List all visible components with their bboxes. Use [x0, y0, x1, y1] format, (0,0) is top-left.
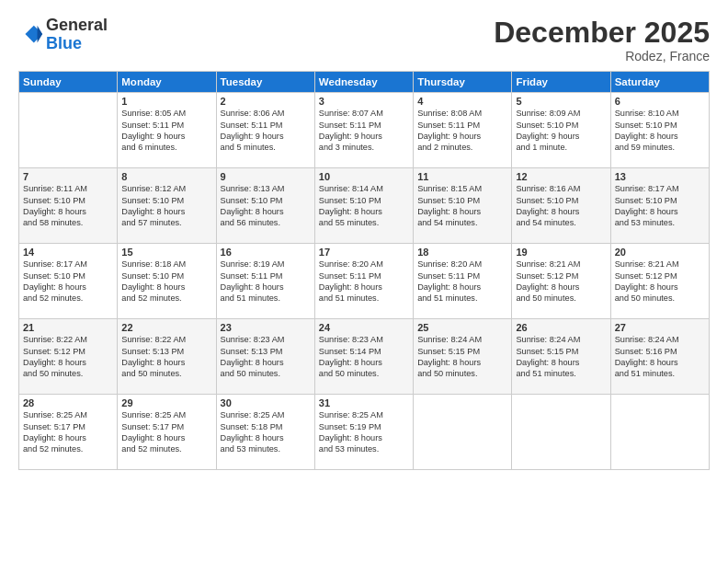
logo-icon — [18, 22, 44, 48]
day-cell: 27Sunrise: 8:24 AM Sunset: 5:16 PM Dayli… — [610, 319, 709, 395]
day-cell: 6Sunrise: 8:10 AM Sunset: 5:10 PM Daylig… — [610, 93, 709, 168]
day-number: 29 — [121, 397, 211, 408]
day-cell: 26Sunrise: 8:24 AM Sunset: 5:15 PM Dayli… — [512, 319, 610, 395]
day-cell — [414, 395, 512, 470]
day-info: Sunrise: 8:13 AM Sunset: 5:10 PM Dayligh… — [221, 183, 311, 229]
day-number: 22 — [121, 322, 211, 333]
day-number: 14 — [23, 247, 113, 258]
col-wednesday: Wednesday — [314, 72, 413, 93]
day-number: 9 — [221, 171, 311, 182]
day-cell: 19Sunrise: 8:21 AM Sunset: 5:12 PM Dayli… — [512, 244, 610, 319]
day-number: 7 — [23, 171, 113, 182]
day-number: 17 — [319, 247, 409, 258]
day-info: Sunrise: 8:24 AM Sunset: 5:16 PM Dayligh… — [615, 334, 705, 380]
day-info: Sunrise: 8:23 AM Sunset: 5:13 PM Dayligh… — [221, 334, 311, 380]
day-number: 26 — [516, 322, 606, 333]
day-info: Sunrise: 8:17 AM Sunset: 5:10 PM Dayligh… — [615, 183, 705, 229]
day-cell: 3Sunrise: 8:07 AM Sunset: 5:11 PM Daylig… — [314, 93, 413, 168]
day-number: 10 — [319, 171, 409, 182]
day-info: Sunrise: 8:21 AM Sunset: 5:12 PM Dayligh… — [516, 259, 606, 304]
calendar-table: Sunday Monday Tuesday Wednesday Thursday… — [18, 71, 710, 470]
day-cell: 11Sunrise: 8:15 AM Sunset: 5:10 PM Dayli… — [414, 168, 512, 244]
day-number: 6 — [615, 96, 705, 107]
day-info: Sunrise: 8:08 AM Sunset: 5:11 PM Dayligh… — [417, 108, 507, 154]
day-cell: 9Sunrise: 8:13 AM Sunset: 5:10 PM Daylig… — [216, 168, 314, 244]
week-row-3: 14Sunrise: 8:17 AM Sunset: 5:10 PM Dayli… — [19, 244, 710, 319]
day-number: 4 — [417, 96, 507, 107]
logo-text: General Blue — [46, 17, 108, 53]
day-cell: 15Sunrise: 8:18 AM Sunset: 5:10 PM Dayli… — [118, 244, 216, 319]
day-number: 15 — [121, 247, 211, 258]
day-cell: 2Sunrise: 8:06 AM Sunset: 5:11 PM Daylig… — [216, 93, 314, 168]
week-row-5: 28Sunrise: 8:25 AM Sunset: 5:17 PM Dayli… — [19, 395, 710, 470]
day-cell: 13Sunrise: 8:17 AM Sunset: 5:10 PM Dayli… — [610, 168, 709, 244]
week-row-1: 1Sunrise: 8:05 AM Sunset: 5:11 PM Daylig… — [19, 93, 710, 168]
month-title: December 2025 — [494, 17, 710, 49]
day-info: Sunrise: 8:25 AM Sunset: 5:17 PM Dayligh… — [121, 409, 211, 455]
col-friday: Friday — [512, 72, 610, 93]
day-number: 19 — [516, 247, 606, 258]
day-cell — [19, 93, 118, 168]
day-number: 24 — [319, 322, 409, 333]
day-info: Sunrise: 8:18 AM Sunset: 5:10 PM Dayligh… — [121, 259, 211, 304]
day-cell: 25Sunrise: 8:24 AM Sunset: 5:15 PM Dayli… — [414, 319, 512, 395]
day-info: Sunrise: 8:09 AM Sunset: 5:10 PM Dayligh… — [516, 108, 606, 154]
day-info: Sunrise: 8:14 AM Sunset: 5:10 PM Dayligh… — [319, 183, 409, 229]
day-number: 31 — [319, 397, 409, 408]
day-number: 18 — [417, 247, 507, 258]
day-number: 3 — [319, 96, 409, 107]
day-cell: 21Sunrise: 8:22 AM Sunset: 5:12 PM Dayli… — [19, 319, 118, 395]
day-info: Sunrise: 8:25 AM Sunset: 5:17 PM Dayligh… — [23, 409, 113, 455]
day-cell: 7Sunrise: 8:11 AM Sunset: 5:10 PM Daylig… — [19, 168, 118, 244]
day-info: Sunrise: 8:05 AM Sunset: 5:11 PM Dayligh… — [121, 108, 211, 154]
day-info: Sunrise: 8:22 AM Sunset: 5:12 PM Dayligh… — [23, 334, 113, 380]
calendar-body: 1Sunrise: 8:05 AM Sunset: 5:11 PM Daylig… — [19, 93, 710, 470]
day-info: Sunrise: 8:15 AM Sunset: 5:10 PM Dayligh… — [417, 183, 507, 229]
header: General Blue December 2025 Rodez, France — [18, 17, 710, 63]
day-info: Sunrise: 8:21 AM Sunset: 5:12 PM Dayligh… — [615, 259, 705, 304]
day-info: Sunrise: 8:25 AM Sunset: 5:18 PM Dayligh… — [221, 409, 311, 455]
location: Rodez, France — [494, 49, 710, 63]
day-cell: 8Sunrise: 8:12 AM Sunset: 5:10 PM Daylig… — [118, 168, 216, 244]
day-info: Sunrise: 8:23 AM Sunset: 5:14 PM Dayligh… — [319, 334, 409, 380]
title-block: December 2025 Rodez, France — [494, 17, 710, 63]
day-number: 11 — [417, 171, 507, 182]
day-info: Sunrise: 8:06 AM Sunset: 5:11 PM Dayligh… — [221, 108, 311, 154]
day-cell: 4Sunrise: 8:08 AM Sunset: 5:11 PM Daylig… — [414, 93, 512, 168]
day-number: 8 — [121, 171, 211, 182]
day-cell: 22Sunrise: 8:22 AM Sunset: 5:13 PM Dayli… — [118, 319, 216, 395]
day-cell: 14Sunrise: 8:17 AM Sunset: 5:10 PM Dayli… — [19, 244, 118, 319]
week-row-2: 7Sunrise: 8:11 AM Sunset: 5:10 PM Daylig… — [19, 168, 710, 244]
day-number: 2 — [221, 96, 311, 107]
day-info: Sunrise: 8:24 AM Sunset: 5:15 PM Dayligh… — [516, 334, 606, 380]
day-number: 27 — [615, 322, 705, 333]
day-cell: 20Sunrise: 8:21 AM Sunset: 5:12 PM Dayli… — [610, 244, 709, 319]
day-cell: 18Sunrise: 8:20 AM Sunset: 5:11 PM Dayli… — [414, 244, 512, 319]
day-number: 28 — [23, 397, 113, 408]
day-info: Sunrise: 8:12 AM Sunset: 5:10 PM Dayligh… — [121, 183, 211, 229]
day-cell: 5Sunrise: 8:09 AM Sunset: 5:10 PM Daylig… — [512, 93, 610, 168]
day-info: Sunrise: 8:20 AM Sunset: 5:11 PM Dayligh… — [417, 259, 507, 304]
day-cell — [610, 395, 709, 470]
col-tuesday: Tuesday — [216, 72, 314, 93]
day-cell: 16Sunrise: 8:19 AM Sunset: 5:11 PM Dayli… — [216, 244, 314, 319]
day-info: Sunrise: 8:16 AM Sunset: 5:10 PM Dayligh… — [516, 183, 606, 229]
day-number: 12 — [516, 171, 606, 182]
day-info: Sunrise: 8:17 AM Sunset: 5:10 PM Dayligh… — [23, 259, 113, 304]
day-number: 5 — [516, 96, 606, 107]
day-cell: 29Sunrise: 8:25 AM Sunset: 5:17 PM Dayli… — [118, 395, 216, 470]
day-info: Sunrise: 8:25 AM Sunset: 5:19 PM Dayligh… — [319, 409, 409, 455]
day-number: 25 — [417, 322, 507, 333]
day-info: Sunrise: 8:22 AM Sunset: 5:13 PM Dayligh… — [121, 334, 211, 380]
day-cell — [512, 395, 610, 470]
day-cell: 23Sunrise: 8:23 AM Sunset: 5:13 PM Dayli… — [216, 319, 314, 395]
svg-marker-1 — [38, 26, 43, 43]
col-monday: Monday — [118, 72, 216, 93]
week-row-4: 21Sunrise: 8:22 AM Sunset: 5:12 PM Dayli… — [19, 319, 710, 395]
day-number: 23 — [221, 322, 311, 333]
day-info: Sunrise: 8:19 AM Sunset: 5:11 PM Dayligh… — [221, 259, 311, 304]
day-number: 21 — [23, 322, 113, 333]
day-cell: 1Sunrise: 8:05 AM Sunset: 5:11 PM Daylig… — [118, 93, 216, 168]
day-cell: 24Sunrise: 8:23 AM Sunset: 5:14 PM Dayli… — [314, 319, 413, 395]
logo: General Blue — [18, 17, 108, 53]
